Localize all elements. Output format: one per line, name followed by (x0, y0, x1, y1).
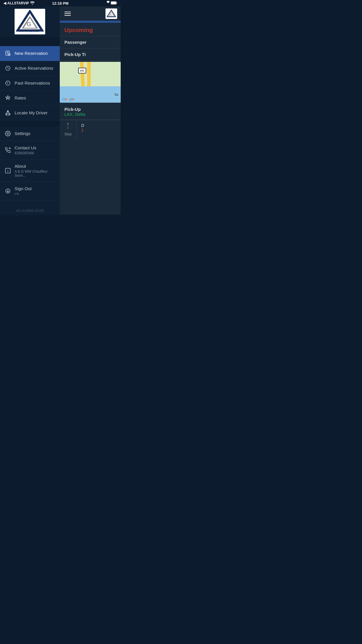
contact-icon (5, 147, 11, 153)
add-stop-button[interactable]: Stop (60, 120, 77, 139)
contact-phone: 6268385466 (15, 151, 36, 155)
sidebar-item-about[interactable]: About A & G WW Chauffeur Servi... (0, 160, 60, 182)
svg-point-36 (67, 123, 69, 125)
dest-label: D (81, 123, 116, 128)
svg-rect-2 (111, 2, 116, 4)
sidebar-item-locate-driver[interactable]: Locate My Driver (0, 106, 60, 120)
main-header: G (60, 6, 121, 22)
location-icon (107, 1, 110, 6)
status-right (107, 1, 117, 6)
pickup-time-label: Pick-Up Ti (64, 52, 116, 57)
signout-sublabel: r h (15, 192, 31, 196)
map-sign: 101 (78, 68, 86, 74)
about-label: About (15, 164, 55, 169)
signout-icon (5, 188, 11, 194)
sidebar: G A&G WORLDWIDE CHAUFFEUR SERVICES (0, 6, 60, 215)
section-title: Upcoming (60, 23, 121, 36)
hamburger-line-1 (64, 12, 71, 12)
google-g2: g (69, 97, 71, 101)
settings-icon (5, 130, 11, 137)
battery-icon (111, 1, 117, 6)
settings-label: Settings (15, 131, 30, 136)
nav-items: New Reservation Active Reservations (0, 46, 60, 206)
destination-column: D 1 (77, 120, 121, 139)
svg-point-34 (68, 128, 69, 129)
pickup-address-value: LAX, Delta (64, 112, 116, 117)
new-reservation-icon (5, 50, 11, 57)
active-reservations-icon (5, 65, 11, 71)
new-reservation-label: New Reservation (15, 51, 48, 56)
svg-text:$: $ (7, 97, 8, 99)
contact-label: Contact Us (15, 145, 36, 150)
about-text: About A & G WW Chauffeur Servi... (15, 164, 55, 178)
sidebar-item-settings[interactable]: Settings (0, 126, 60, 141)
rates-label: Rates (15, 95, 26, 101)
main-container: G A&G WORLDWIDE CHAUFFEUR SERVICES (0, 6, 121, 215)
sidebar-item-new-reservation[interactable]: New Reservation (0, 46, 60, 61)
google-g: G (62, 97, 65, 101)
rates-icon: $ (5, 95, 11, 101)
nav-separator (0, 120, 60, 126)
svg-point-24 (8, 111, 8, 111)
wifi-icon (30, 1, 35, 6)
passenger-field: Passenger (60, 36, 121, 48)
contact-text: Contact Us 6268385466 (15, 145, 36, 155)
svg-point-22 (9, 114, 10, 115)
main-panel: G Upcoming Passenger Pick-Up Ti (60, 6, 121, 215)
passenger-label: Passenger (64, 40, 116, 45)
google-o2: o (67, 97, 69, 101)
logo-container: G A&G WORLDWIDE CHAUFFEUR SERVICES (15, 9, 45, 34)
pickup-address-label: Pick-Up (64, 107, 116, 112)
hamburger-menu-button[interactable] (63, 10, 72, 17)
about-icon (5, 167, 11, 174)
hamburger-line-3 (64, 15, 71, 16)
sidebar-item-past-reservations[interactable]: Past Reservations (0, 76, 60, 91)
svg-text:A&G WORLDWIDE: A&G WORLDWIDE (19, 30, 38, 32)
past-reservations-label: Past Reservations (15, 80, 50, 86)
main-content: Upcoming Passenger Pick-Up Ti 101 (60, 23, 121, 139)
signout-text: Sign Out r h (15, 186, 31, 196)
sidebar-item-signout[interactable]: Sign Out r h (0, 182, 60, 200)
carrier-name: ALLSTARVIP (7, 1, 29, 5)
status-time: 12:18 PM (52, 1, 68, 6)
back-arrow: ◀ (3, 1, 6, 5)
google-label: Google (62, 96, 74, 102)
stop-row: Stop D 1 (60, 120, 121, 139)
signout-label: Sign Out (15, 186, 31, 191)
active-reservations-label: Active Reservations (15, 66, 53, 71)
status-left: ◀ ALLSTARVIP (3, 1, 35, 6)
search-area (0, 37, 60, 46)
past-reservations-icon (5, 80, 11, 86)
locate-driver-label: Locate My Driver (15, 110, 48, 116)
map-container: 101 Sa Google (60, 62, 121, 103)
map-background: 101 Sa Google (60, 62, 121, 103)
pickup-address-row: Pick-Up LAX, Delta (60, 104, 121, 120)
map-city-label: Sa (115, 93, 118, 96)
pickup-time-field: Pick-Up Ti (60, 48, 121, 61)
sidebar-item-contact[interactable]: Contact Us 6268385466 (0, 141, 60, 160)
svg-text:G: G (27, 21, 31, 27)
svg-text:G: G (110, 13, 112, 15)
svg-text:CHAUFFEUR SERVICES: CHAUFFEUR SERVICES (21, 33, 38, 33)
locate-driver-icon (5, 110, 11, 116)
svg-point-25 (7, 133, 9, 134)
hamburger-line-2 (64, 13, 71, 14)
about-sublabel: A & G WW Chauffeur Servi... (15, 169, 55, 178)
version-text: v4.1.4 (2020-12-03) (0, 206, 60, 215)
status-bar: ◀ ALLSTARVIP 12:18 PM (0, 0, 121, 6)
sidebar-item-rates[interactable]: $ Rates (0, 91, 60, 106)
svg-point-0 (32, 4, 33, 5)
svg-point-21 (6, 114, 7, 115)
svg-rect-3 (117, 2, 117, 4)
header-logo-small: G (106, 8, 117, 19)
sidebar-item-active-reservations[interactable]: Active Reservations (0, 61, 60, 76)
dest-value: 1 (81, 128, 116, 132)
google-e: e (72, 97, 74, 101)
add-stop-icon (65, 123, 71, 131)
stop-label: Stop (64, 132, 72, 136)
